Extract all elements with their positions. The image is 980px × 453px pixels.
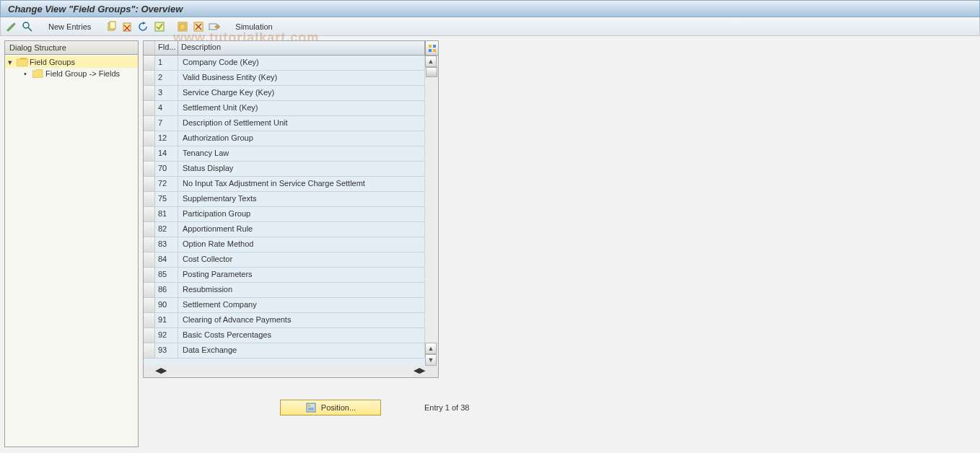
- copy-icon[interactable]: [105, 20, 118, 33]
- cell-fld[interactable]: 84: [155, 252, 178, 268]
- cell-description[interactable]: Option Rate Method: [178, 237, 425, 252]
- horizontal-scrollbar[interactable]: ◀ ▶ ◀ ▶: [144, 366, 438, 377]
- row-selector[interactable]: [144, 237, 155, 252]
- table-row[interactable]: 82Apportionment Rule: [144, 222, 425, 237]
- cell-fld[interactable]: 2: [155, 71, 178, 86]
- table-row[interactable]: 4Settlement Unit (Key): [144, 101, 425, 116]
- simulation-button[interactable]: Simulation: [231, 22, 276, 31]
- row-selector[interactable]: [144, 56, 155, 71]
- row-selector[interactable]: [144, 328, 155, 343]
- table-row[interactable]: 7Description of Settlement Unit: [144, 116, 425, 131]
- table-row[interactable]: 75Supplementary Texts: [144, 192, 425, 207]
- table-row[interactable]: 86Resubmission: [144, 283, 425, 298]
- new-entries-button[interactable]: New Entries: [44, 22, 95, 31]
- select-all-icon[interactable]: [153, 20, 166, 33]
- row-selector[interactable]: [144, 222, 155, 237]
- row-selector[interactable]: [144, 116, 155, 131]
- cell-description[interactable]: Posting Parameters: [178, 268, 425, 283]
- row-selector[interactable]: [144, 343, 155, 359]
- cell-description[interactable]: Resubmission: [178, 283, 425, 298]
- select-all-header[interactable]: [144, 41, 155, 55]
- select-block-icon[interactable]: [176, 20, 189, 33]
- scroll-left-icon[interactable]: ◀: [155, 366, 161, 377]
- table-row[interactable]: 72No Input Tax Adjustment in Service Cha…: [144, 177, 425, 192]
- cell-fld[interactable]: 92: [155, 328, 178, 343]
- cell-fld[interactable]: 70: [155, 162, 178, 177]
- cell-fld[interactable]: 91: [155, 313, 178, 328]
- cell-fld[interactable]: 1: [155, 56, 178, 71]
- cell-fld[interactable]: 82: [155, 222, 178, 237]
- cell-description[interactable]: Tenancy Law: [178, 146, 425, 162]
- row-selector[interactable]: [144, 131, 155, 146]
- column-header-description[interactable]: Description: [178, 41, 425, 55]
- row-selector[interactable]: [144, 313, 155, 328]
- position-button[interactable]: Position...: [280, 400, 381, 415]
- cell-description[interactable]: Status Display: [178, 162, 425, 177]
- toggle-display-change-icon[interactable]: [5, 20, 18, 33]
- cell-description[interactable]: Valid Business Entity (Key): [178, 71, 425, 86]
- cell-description[interactable]: Apportionment Rule: [178, 222, 425, 237]
- cell-fld[interactable]: 90: [155, 298, 178, 313]
- table-row[interactable]: 81Participation Group: [144, 207, 425, 222]
- vertical-scrollbar[interactable]: ▲ ▲ ▼: [425, 56, 438, 366]
- find-icon[interactable]: [21, 20, 34, 33]
- row-selector[interactable]: [144, 192, 155, 207]
- table-row[interactable]: 70Status Display: [144, 162, 425, 177]
- goto-icon[interactable]: [208, 20, 221, 33]
- cell-description[interactable]: Basic Costs Percentages: [178, 328, 425, 343]
- scroll-right-icon[interactable]: ▶: [161, 366, 167, 377]
- cell-description[interactable]: Service Charge Key (Key): [178, 86, 425, 101]
- cell-description[interactable]: Data Exchange: [178, 343, 425, 359]
- row-selector[interactable]: [144, 86, 155, 101]
- table-row[interactable]: 93Data Exchange: [144, 343, 425, 359]
- cell-fld[interactable]: 75: [155, 192, 178, 207]
- cell-fld[interactable]: 81: [155, 207, 178, 222]
- scroll-thumb[interactable]: [426, 67, 437, 77]
- cell-fld[interactable]: 83: [155, 237, 178, 252]
- table-row[interactable]: 12Authorization Group: [144, 131, 425, 146]
- scroll-right2-icon[interactable]: ▶: [419, 366, 425, 377]
- scroll-down-icon[interactable]: ▼: [425, 354, 437, 366]
- row-selector[interactable]: [144, 207, 155, 222]
- scroll-left2-icon[interactable]: ◀: [414, 366, 419, 377]
- row-selector[interactable]: [144, 283, 155, 298]
- cell-description[interactable]: Supplementary Texts: [178, 192, 425, 207]
- table-row[interactable]: 83Option Rate Method: [144, 237, 425, 252]
- cell-description[interactable]: No Input Tax Adjustment in Service Charg…: [178, 177, 425, 192]
- cell-fld[interactable]: 4: [155, 101, 178, 116]
- table-settings-icon[interactable]: [425, 41, 438, 55]
- table-row[interactable]: 92Basic Costs Percentages: [144, 328, 425, 343]
- table-row[interactable]: 1Company Code (Key): [144, 56, 425, 71]
- row-selector[interactable]: [144, 177, 155, 192]
- row-selector[interactable]: [144, 146, 155, 162]
- table-row[interactable]: 85Posting Parameters: [144, 268, 425, 283]
- row-selector[interactable]: [144, 298, 155, 313]
- delete-icon[interactable]: [121, 20, 134, 33]
- cell-fld[interactable]: 86: [155, 283, 178, 298]
- cell-description[interactable]: Description of Settlement Unit: [178, 116, 425, 131]
- table-row[interactable]: 2Valid Business Entity (Key): [144, 71, 425, 86]
- table-row[interactable]: 91Clearing of Advance Payments: [144, 313, 425, 328]
- row-selector[interactable]: [144, 252, 155, 268]
- cell-fld[interactable]: 93: [155, 343, 178, 359]
- scroll-up-icon[interactable]: ▲: [425, 56, 437, 67]
- row-selector[interactable]: [144, 162, 155, 177]
- undo-icon[interactable]: [137, 20, 150, 33]
- scroll-down-arrow-up-icon[interactable]: ▲: [425, 343, 437, 354]
- row-selector[interactable]: [144, 268, 155, 283]
- cell-description[interactable]: Company Code (Key): [178, 56, 425, 71]
- table-row[interactable]: 84Cost Collector: [144, 252, 425, 268]
- cell-fld[interactable]: 14: [155, 146, 178, 162]
- cell-fld[interactable]: 12: [155, 131, 178, 146]
- cell-fld[interactable]: 72: [155, 177, 178, 192]
- table-row[interactable]: 90Settlement Company: [144, 298, 425, 313]
- collapse-icon[interactable]: ▾: [8, 58, 17, 67]
- cell-description[interactable]: Settlement Unit (Key): [178, 101, 425, 116]
- tree-node-field-groups[interactable]: ▾ Field Groups: [5, 56, 138, 68]
- cell-description[interactable]: Settlement Company: [178, 298, 425, 313]
- cell-description[interactable]: Participation Group: [178, 207, 425, 222]
- tree-node-field-group-fields[interactable]: • Field Group -> Fields: [5, 68, 138, 79]
- row-selector[interactable]: [144, 101, 155, 116]
- row-selector[interactable]: [144, 71, 155, 86]
- cell-description[interactable]: Cost Collector: [178, 252, 425, 268]
